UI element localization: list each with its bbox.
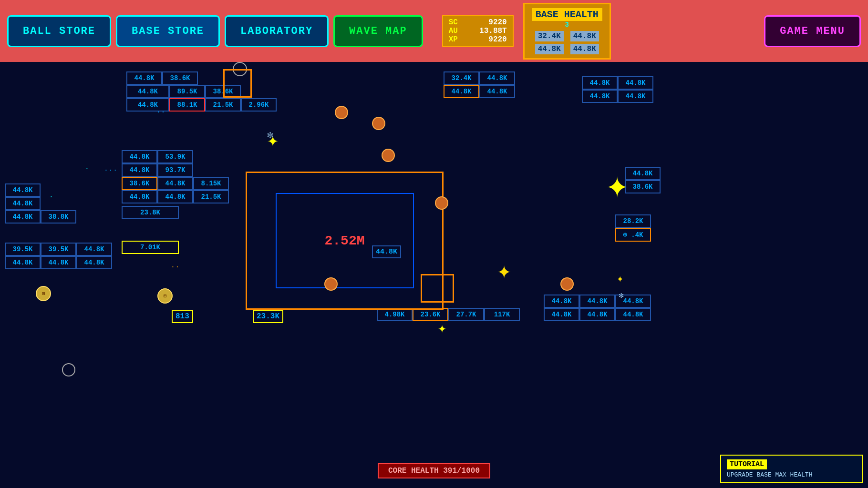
- cell-br-2: 44.8K: [579, 295, 615, 308]
- cell-fr-1: 44.8K: [625, 167, 661, 180]
- val-233k: 23.3K: [253, 310, 283, 323]
- xp-value: 9220: [488, 35, 506, 44]
- cell-tl-8: 21.5K: [205, 98, 241, 112]
- mid-left-cluster: 44.8K 53.9K 44.8K 93.7K 38.6K 44.8K 8.15…: [122, 150, 229, 254]
- center-box: 2.52M: [246, 172, 444, 310]
- cell-tl-4: 89.5K: [169, 85, 205, 98]
- dots-4: •: [50, 194, 52, 199]
- cell-tr2-1: 44.8K: [582, 76, 618, 90]
- wave-map-button[interactable]: WAVE MAP: [333, 15, 423, 47]
- base-health-title: BASE HEALTH: [532, 8, 602, 21]
- cell-tr2-4: 44.8K: [618, 90, 653, 103]
- bottom-right-cluster: 44.8K 44.8K 44.8K 44.8K 44.8K 44.8K: [544, 295, 651, 321]
- sc-row: SC 9220: [449, 18, 507, 27]
- star-sprite-5: ✦: [438, 319, 446, 337]
- coin-sprite-1: [335, 106, 348, 119]
- cell-br-6: 44.8K: [615, 308, 651, 321]
- coin-sprite-5: [324, 277, 338, 291]
- far-right-bottom-cluster: 28.2K ⊕ .4K: [615, 214, 651, 242]
- orange-square-sprite: [223, 69, 252, 98]
- cell-ml-3: 44.8K: [122, 163, 157, 177]
- cell-fl-3: 44.8K: [5, 210, 41, 224]
- cell-fl-10: 44.8K: [76, 256, 112, 269]
- center-value: 2.52M: [324, 234, 364, 248]
- cell-frb-2: ⊕ .4K: [615, 228, 651, 242]
- cell-ml-10: 21.5K: [193, 190, 229, 203]
- au-label: AU: [449, 27, 458, 35]
- cell-ml-5: 38.6K: [122, 177, 157, 190]
- tutorial-box: TUTORIAL UPGRADE BASE MAX HEALTH: [720, 455, 863, 483]
- dots-5: • •: [172, 264, 178, 269]
- laboratory-button[interactable]: LABORATORY: [225, 15, 329, 47]
- top-bar: BALL STORE BASE STORE LABORATORY WAVE MA…: [0, 0, 868, 62]
- cell-br-4: 44.8K: [544, 308, 579, 321]
- star-sprite-2: ✦: [497, 256, 511, 285]
- bh-val-1: 32.4K: [535, 31, 564, 41]
- sc-label: SC: [449, 18, 458, 27]
- far-right-cluster: 44.8K 38.6K: [625, 167, 661, 193]
- stats-panel: SC 9220 AU 13.88T XP 9220: [442, 15, 514, 47]
- cell-bm-3: 27.7K: [448, 308, 484, 321]
- cell-fl-6: 39.5K: [41, 243, 76, 256]
- cell-ml-2: 53.9K: [157, 150, 193, 163]
- base-health-panel: BASE HEALTH 3 32.4K 44.8K 44.8K 44.8K: [523, 3, 611, 60]
- cell-bm-4: 117K: [484, 308, 520, 321]
- cell-ml-9: 44.8K: [157, 190, 193, 203]
- tutorial-text: UPGRADE BASE MAX HEALTH: [727, 471, 857, 478]
- center-bottom-label: 44.8K: [372, 245, 401, 258]
- cell-ml-11: 23.8K: [122, 206, 179, 219]
- coin-sprite-3: [382, 149, 395, 162]
- cell-fl-7: 44.8K: [76, 243, 112, 256]
- cell-tl-7: 88.1K: [169, 98, 205, 112]
- cell-fr-2: 38.6K: [625, 180, 661, 193]
- cell-tr1-3: 44.8K: [444, 85, 479, 98]
- base-health-values-2: 44.8K 44.8K: [532, 44, 602, 54]
- val-813: 813: [172, 310, 193, 323]
- game-area: 44.8K 38.6K 44.8K 89.5K 38.6K 44.8K 88.1…: [0, 62, 868, 488]
- au-row: AU 13.88T: [449, 27, 507, 35]
- snowflake-sprite-1: ✼: [267, 129, 273, 142]
- cell-ml-6: 44.8K: [157, 177, 193, 190]
- ball-store-button[interactable]: BALL STORE: [7, 15, 111, 47]
- striped-coin-1: ⊞: [36, 286, 51, 301]
- bh-val-3: 44.8K: [535, 44, 564, 54]
- cell-ml-7: 8.15K: [193, 177, 229, 190]
- dots-1: • •: [157, 110, 164, 114]
- far-left-cluster: 44.8K 44.8K 44.8K 38.8K 39.5K 39.5K 44.8…: [5, 183, 112, 269]
- cell-fl-2: 44.8K: [5, 197, 41, 210]
- dots-2: • • •: [105, 168, 116, 172]
- bh-val-2: 44.8K: [570, 31, 599, 41]
- cell-tr1-4: 44.8K: [479, 85, 515, 98]
- cell-ml-12: 7.01K: [122, 241, 179, 254]
- core-health-bar: CORE HEALTH 391/1000: [378, 463, 490, 478]
- ball-sprite-2: [62, 363, 75, 376]
- sc-value: 9220: [488, 18, 506, 27]
- cell-tr1-1: 32.4K: [444, 71, 479, 85]
- cell-tl-2: 38.6K: [162, 71, 198, 85]
- cell-tl-3: 44.8K: [126, 85, 169, 98]
- cell-tl-9: 2.96K: [241, 98, 277, 112]
- top-left-cluster: 44.8K 38.6K 44.8K 89.5K 38.6K 44.8K 88.1…: [126, 71, 277, 112]
- base-health-values: 32.4K 44.8K: [532, 31, 602, 41]
- cell-fl-4: 38.8K: [41, 210, 76, 224]
- base-store-button[interactable]: BASE STORE: [116, 15, 220, 47]
- cell-frb-1: 28.2K: [615, 214, 651, 228]
- cell-tl-1: 44.8K: [126, 71, 162, 85]
- au-value: 13.88T: [479, 27, 507, 35]
- cell-fl-9: 44.8K: [41, 256, 76, 269]
- cell-fl-5: 39.5K: [5, 243, 41, 256]
- coin-sprite-6: [560, 277, 574, 291]
- dots-3: •: [86, 166, 88, 170]
- coin-sprite-2: [372, 117, 385, 130]
- cell-ml-1: 44.8K: [122, 150, 157, 163]
- game-container: BALL STORE BASE STORE LABORATORY WAVE MA…: [0, 0, 868, 488]
- xp-row: XP 9220: [449, 35, 507, 44]
- snowflake-sprite-2: ✼: [619, 291, 624, 300]
- cell-bm-1: 4.98K: [377, 308, 413, 321]
- tutorial-title: TUTORIAL: [727, 459, 767, 469]
- cell-br-5: 44.8K: [579, 308, 615, 321]
- striped-coin-2: ⊞: [157, 288, 173, 304]
- game-menu-button[interactable]: GAME MENU: [764, 15, 861, 47]
- cell-ml-4: 93.7K: [157, 163, 193, 177]
- bottom-mid-cluster: 4.98K 23.6K 27.7K 117K: [377, 308, 520, 321]
